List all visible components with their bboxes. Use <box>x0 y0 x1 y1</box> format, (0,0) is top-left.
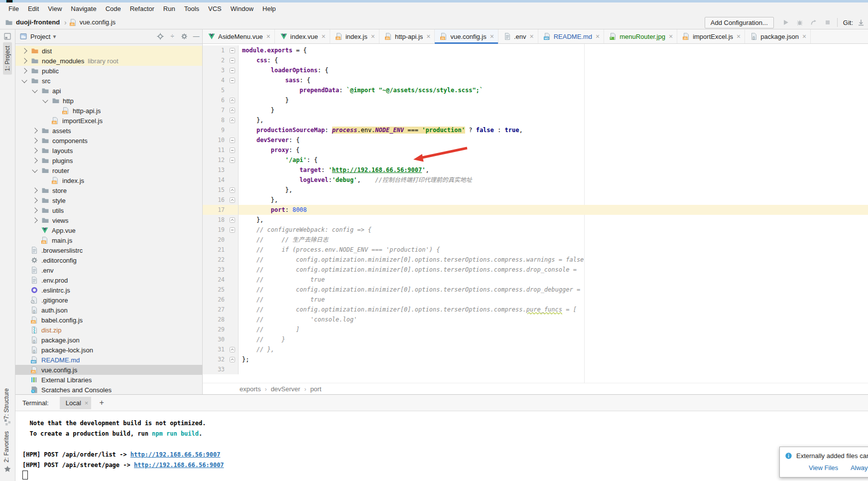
chevron-down-icon[interactable]: ▼ <box>52 34 57 39</box>
code-line-24[interactable]: 24 // true <box>203 275 868 285</box>
tree-item-Scratches and Consoles[interactable]: Scratches and Consoles <box>15 385 202 394</box>
code-line-12[interactable]: 12 '/api': { <box>203 155 868 165</box>
editor-tab-.env[interactable]: .env× <box>498 29 538 43</box>
fold-collapse-icon[interactable] <box>227 135 239 145</box>
close-tab-icon[interactable]: × <box>490 33 494 40</box>
editor-breadcrumb-devServer[interactable]: devServer <box>271 385 300 393</box>
code-line-17[interactable]: 17 port: 8008 <box>203 205 868 215</box>
project-tree[interactable]: distnode_moduleslibrary rootpublicsrcapi… <box>15 44 202 394</box>
tree-item-auth.json[interactable]: {}auth.json <box>15 305 202 315</box>
menu-refactor[interactable]: Refactor <box>125 2 159 15</box>
close-tab-icon[interactable]: × <box>426 33 430 40</box>
fold-collapse-icon[interactable] <box>227 145 239 155</box>
menu-tools[interactable]: Tools <box>180 2 204 15</box>
close-terminal-tab-icon[interactable]: × <box>85 399 89 407</box>
tree-item-http-api.js[interactable]: JShttp-api.js <box>15 106 202 116</box>
editor-tab-AsideMenu.vue[interactable]: AsideMenu.vue× <box>203 29 275 43</box>
code-line-27[interactable]: 27 // config.optimization.minimizer[0].o… <box>203 305 868 315</box>
chevron-collapsed-icon[interactable] <box>32 197 37 203</box>
editor-tab-menuRouter.jpg[interactable]: menuRouter.jpg× <box>604 29 677 43</box>
fold-end-icon[interactable] <box>227 95 239 105</box>
tree-item-importExcel.js[interactable]: JSimportExcel.js <box>15 116 202 126</box>
editor-tab-http-api.js[interactable]: JShttp-api.js× <box>379 29 435 43</box>
close-tab-icon[interactable]: × <box>371 33 375 40</box>
tool-window-button-structure[interactable]: 7: Structure <box>3 388 10 419</box>
tree-item-src[interactable]: src <box>15 76 202 86</box>
menu-window[interactable]: Window <box>226 2 258 15</box>
run-icon[interactable] <box>782 18 790 26</box>
tree-item-node_modules[interactable]: node_moduleslibrary root <box>15 56 202 66</box>
editor-tab-importExcel.js[interactable]: JSimportExcel.js× <box>677 29 745 43</box>
chevron-collapsed-icon[interactable] <box>32 158 37 163</box>
code-line-22[interactable]: 22 // config.optimization.minimizer[0].o… <box>203 255 868 265</box>
tool-windows-icon[interactable] <box>3 32 11 40</box>
tree-item-package.json[interactable]: {}package.json <box>15 335 202 345</box>
chevron-collapsed-icon[interactable] <box>32 187 37 193</box>
code-line-28[interactable]: 28 // 'console.log' <box>203 315 868 324</box>
code-line-2[interactable]: 2 css: { <box>203 55 868 65</box>
editor-breadcrumb-exports[interactable]: exports <box>240 385 261 393</box>
chevron-collapsed-icon[interactable] <box>21 48 27 53</box>
menu-help[interactable]: Help <box>258 2 280 15</box>
code-line-15[interactable]: 15 }, <box>203 185 868 195</box>
code-line-25[interactable]: 25 // config.optimization.minimizer[0].o… <box>203 285 868 295</box>
tree-item-style[interactable]: style <box>15 195 202 205</box>
always-add-link[interactable]: Always Add <box>851 464 868 472</box>
settings-gear-icon[interactable] <box>180 32 188 40</box>
run-with-coverage-icon[interactable] <box>810 18 818 26</box>
tree-item-.browserslistrc[interactable]: .browserslistrc <box>15 245 202 255</box>
code-line-1[interactable]: 1module.exports = { <box>203 45 868 55</box>
chevron-expanded-icon[interactable] <box>42 97 48 103</box>
git-update-icon[interactable] <box>857 18 865 26</box>
tool-window-button-favorites[interactable]: 2: Favorites <box>3 431 10 463</box>
close-tab-icon[interactable]: × <box>802 33 806 40</box>
editor-tab-index.vue[interactable]: index.vue× <box>275 29 330 43</box>
code-line-3[interactable]: 3 loaderOptions: { <box>203 65 868 75</box>
tree-item-.editorconfig[interactable]: .editorconfig <box>15 255 202 265</box>
editor-tab-index.js[interactable]: JSindex.js× <box>330 29 379 43</box>
code-line-16[interactable]: 16 }, <box>203 195 868 205</box>
chevron-collapsed-icon[interactable] <box>32 217 37 223</box>
fold-collapse-icon[interactable] <box>227 45 239 55</box>
fold-collapse-icon[interactable] <box>227 55 239 65</box>
close-tab-icon[interactable]: × <box>737 33 741 40</box>
editor-breadcrumb-port[interactable]: port <box>310 385 321 393</box>
chevron-collapsed-icon[interactable] <box>32 128 37 133</box>
tree-item-utils[interactable]: utils <box>15 205 202 215</box>
code-line-5[interactable]: 5 prependData: `@import "~@/assets/scss/… <box>203 85 868 95</box>
tool-window-button-project[interactable]: 1: Project <box>3 42 12 75</box>
code-line-29[interactable]: 29 // ] <box>203 324 868 334</box>
tree-item-layouts[interactable]: layouts <box>15 146 202 156</box>
tree-item-assets[interactable]: assets <box>15 126 202 136</box>
close-tab-icon[interactable]: × <box>321 33 325 40</box>
chevron-collapsed-icon[interactable] <box>32 207 37 213</box>
code-line-31[interactable]: 31 // }, <box>203 344 868 354</box>
tree-item-vue.config.js[interactable]: JSvue.config.js <box>15 365 202 375</box>
code-editor[interactable]: 1module.exports = {2 css: {3 loaderOptio… <box>203 44 868 374</box>
fold-collapse-icon[interactable] <box>227 225 239 235</box>
terminal-tab-local[interactable]: Local × <box>60 397 92 409</box>
fold-end-icon[interactable] <box>227 344 239 354</box>
fold-end-icon[interactable] <box>227 215 239 225</box>
tree-item-api[interactable]: api <box>15 86 202 96</box>
tree-item-.env[interactable]: .env <box>15 265 202 275</box>
menu-file[interactable]: File <box>4 2 23 15</box>
menu-code[interactable]: Code <box>101 2 125 15</box>
chevron-collapsed-icon[interactable] <box>21 58 27 63</box>
chevron-collapsed-icon[interactable] <box>21 68 27 73</box>
close-tab-icon[interactable]: × <box>669 33 673 40</box>
fold-end-icon[interactable] <box>227 115 239 125</box>
tree-item-router[interactable]: router <box>15 165 202 175</box>
close-tab-icon[interactable]: × <box>596 33 600 40</box>
new-terminal-icon[interactable]: + <box>99 398 104 407</box>
hide-panel-icon[interactable]: — <box>192 32 200 40</box>
editor-tab-package.json[interactable]: {}package.json× <box>745 29 811 43</box>
code-line-18[interactable]: 18 }, <box>203 215 868 225</box>
code-line-30[interactable]: 30 // } <box>203 334 868 344</box>
code-line-8[interactable]: 8 }, <box>203 115 868 125</box>
tree-item-README.md[interactable]: MDREADME.md <box>15 355 202 365</box>
tree-item-public[interactable]: public <box>15 66 202 76</box>
chevron-collapsed-icon[interactable] <box>32 138 37 143</box>
add-configuration-button[interactable]: Add Configuration... <box>705 17 774 28</box>
code-line-4[interactable]: 4 sass: { <box>203 75 868 85</box>
